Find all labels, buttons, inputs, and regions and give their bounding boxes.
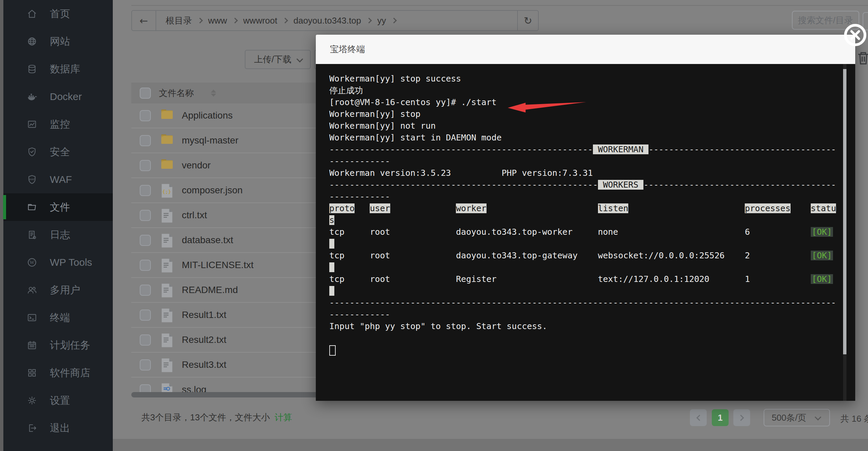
file-name[interactable]: composer.json (182, 185, 243, 196)
sidebar-item-logout[interactable]: 退出 (3, 414, 113, 442)
back-button[interactable]: ← (132, 11, 156, 30)
sidebar-item-home[interactable]: 首页 (3, 0, 113, 28)
row-checkbox[interactable] (140, 185, 151, 196)
refresh-button[interactable]: ↻ (517, 11, 538, 30)
terminal-line (329, 344, 838, 356)
summary-text: 共3个目录，13个文件，文件大小 (142, 412, 270, 422)
sidebar-item-label: 数据库 (50, 62, 80, 76)
sidebar-item-terminal[interactable]: 终端 (3, 304, 113, 331)
file-row[interactable]: {;}composer.json (131, 178, 340, 203)
modal-header: 宝塔终端 (316, 35, 855, 64)
sidebar-item-folder[interactable]: 文件 (3, 193, 113, 221)
sidebar-item-shield[interactable]: 安全 (3, 138, 113, 166)
recycle-bin-icon[interactable] (857, 51, 868, 66)
page-next-button[interactable] (733, 409, 750, 426)
file-table: 文件名称 Applicationsmysql-mastervendor{;}co… (131, 83, 340, 402)
horizontal-scrollbar[interactable] (131, 392, 340, 397)
chevron-right-icon (738, 415, 744, 421)
tabs-divider (131, 5, 868, 6)
sidebar-item-grid[interactable]: 软件商店 (3, 359, 113, 387)
terminal-line: Workerman[yy] not run (329, 120, 838, 132)
terminal-line: ----------------------------------------… (329, 144, 838, 155)
file-json-icon: {;} (161, 183, 173, 198)
toolbar-button-upload-download[interactable]: 上传/下载 (245, 50, 311, 69)
file-name[interactable]: vendor (182, 160, 211, 171)
file-name[interactable]: Applications (182, 110, 232, 121)
sidebar-item-database[interactable]: 数据库 (3, 55, 113, 83)
row-checkbox[interactable] (140, 235, 151, 246)
waf-icon: WAF (26, 174, 38, 185)
row-checkbox[interactable] (140, 334, 151, 345)
sidebar-item-label: 计划任务 (50, 338, 90, 352)
file-name[interactable]: MIT-LICENSE.txt (182, 260, 253, 270)
breadcrumb-segment[interactable]: daoyou.to343.top (293, 16, 361, 26)
sidebar-item-label: 网站 (50, 35, 70, 49)
page-number-active[interactable]: 1 (712, 409, 728, 426)
folder-icon (161, 133, 173, 148)
file-row[interactable]: database.txt (131, 227, 340, 252)
row-checkbox[interactable] (140, 135, 151, 146)
sidebar-item-wordpress[interactable]: WWP Tools (3, 248, 113, 276)
file-row[interactable]: Result2.txt (131, 327, 340, 352)
row-checkbox[interactable] (140, 160, 151, 171)
terminal-line: ------------ (329, 308, 838, 320)
file-row[interactable]: mysql-master (131, 128, 340, 153)
sidebar-item-monitor[interactable]: 监控 (3, 111, 113, 138)
calculate-link[interactable]: 计算 (274, 412, 292, 422)
chevron-down-icon (814, 414, 821, 421)
sidebar-item-calendar[interactable]: 计划任务 (3, 331, 113, 359)
terminal-line: ----------------------------------------… (329, 179, 838, 191)
terminal-screen[interactable]: Workerman[yy] stop success停止成功[root@VM-8… (316, 64, 855, 401)
sidebar-item-waf[interactable]: WAFWAF (3, 166, 113, 193)
terminal-line: tcp root daoyou.to343.top-worker none 6 … (329, 226, 838, 238)
file-row[interactable]: vendor (131, 153, 340, 178)
file-name[interactable]: README.md (182, 284, 238, 295)
file-name[interactable]: database.txt (182, 235, 233, 245)
terminal-scrollbar-thumb[interactable] (843, 69, 846, 354)
row-checkbox[interactable] (140, 309, 151, 321)
modal-close-button[interactable] (844, 24, 867, 47)
file-row[interactable]: ctrl.txt (131, 203, 340, 227)
breadcrumb-segment[interactable]: www (208, 16, 227, 26)
file-row[interactable]: LOGss.log (131, 377, 340, 402)
sidebar-item-label: 软件商店 (50, 366, 90, 380)
breadcrumb-segment[interactable]: 根目录 (166, 15, 192, 27)
file-row[interactable]: MIT-LICENSE.txt (131, 252, 340, 277)
row-checkbox[interactable] (140, 260, 151, 271)
page-size-select[interactable]: 500条/页 (764, 409, 830, 426)
file-txt-icon (161, 308, 173, 322)
breadcrumb-path: 根目录wwwwwwrootdaoyou.to343.topyy (156, 15, 517, 27)
sidebar-item-log[interactable]: 日志 (3, 221, 113, 248)
sidebar-item-label: 设置 (50, 394, 70, 408)
terminal-line: tcp root Register text://127.0.0.1:12020… (329, 273, 838, 285)
file-name[interactable]: Result2.txt (182, 334, 226, 345)
file-row[interactable]: Applications (131, 103, 340, 128)
sidebar-item-users[interactable]: 多用户 (3, 276, 113, 304)
sidebar-item-globe[interactable]: 网站 (3, 28, 113, 55)
row-checkbox[interactable] (140, 110, 151, 121)
sort-icon[interactable] (211, 90, 216, 97)
file-row[interactable]: Result1.txt (131, 302, 340, 327)
select-all-checkbox[interactable] (140, 88, 151, 99)
logout-icon (26, 422, 38, 434)
terminal-icon (26, 312, 38, 323)
page-size-value: 500条/页 (772, 412, 806, 424)
page-prev-button[interactable] (690, 409, 707, 426)
sidebar-item-gear[interactable]: 设置 (3, 387, 113, 414)
sidebar-item-docker[interactable]: Docker (3, 83, 113, 111)
file-name[interactable]: ctrl.txt (182, 210, 207, 221)
row-checkbox[interactable] (140, 359, 151, 370)
file-name[interactable]: Result3.txt (182, 359, 226, 370)
breadcrumb-segment[interactable]: wwwroot (243, 16, 277, 26)
folder-icon (26, 202, 38, 213)
file-row[interactable]: README.md (131, 277, 340, 302)
row-checkbox[interactable] (140, 284, 151, 296)
file-row[interactable]: Result3.txt (131, 352, 340, 377)
breadcrumb-segment[interactable]: yy (377, 16, 386, 26)
terminal-cursor (329, 345, 336, 356)
file-name[interactable]: Result1.txt (182, 309, 226, 320)
sidebar-item-label: 终端 (50, 311, 70, 325)
file-name[interactable]: mysql-master (182, 135, 238, 146)
row-checkbox[interactable] (140, 210, 151, 221)
window-edge (0, 0, 3, 451)
